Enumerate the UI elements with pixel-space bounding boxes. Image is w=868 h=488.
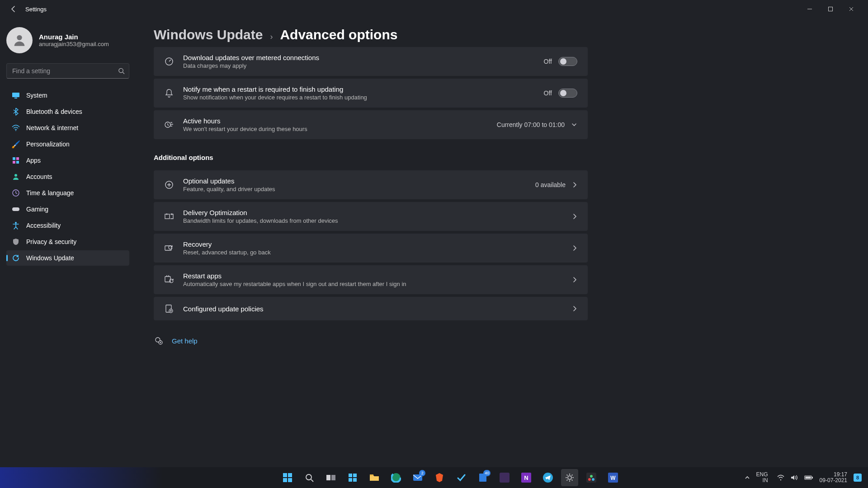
taskbar-brave[interactable] (431, 469, 448, 486)
setting-title: Restart apps (183, 272, 563, 280)
recovery-icon (164, 243, 174, 253)
toggle-metered[interactable] (558, 57, 577, 66)
sidebar-item-gaming[interactable]: Gaming (6, 202, 129, 217)
sidebar-item-apps[interactable]: Apps (6, 153, 129, 168)
sidebar-item-network[interactable]: Network & internet (6, 120, 129, 136)
tray-battery-icon[interactable] (804, 475, 813, 480)
breadcrumb-parent[interactable]: Windows Update (154, 27, 263, 42)
apps-icon (12, 156, 20, 164)
tray-notification-count[interactable]: 8 (854, 474, 862, 482)
svg-point-48 (590, 475, 593, 478)
sidebar-item-label: Gaming (26, 206, 48, 213)
breadcrumb: Windows Update › Advanced options (154, 27, 850, 42)
sidebar-item-label: Windows Update (26, 254, 74, 262)
taskbar-onenote[interactable]: N (518, 469, 535, 486)
svg-rect-34 (353, 478, 357, 482)
sidebar-item-bluetooth[interactable]: Bluetooth & devices (6, 104, 129, 119)
sidebar-item-label: Privacy & security (26, 238, 76, 245)
setting-title: Download updates over metered connection… (183, 54, 535, 61)
update-icon (12, 254, 20, 262)
tray-clock[interactable]: 19:17 09-07-2021 (820, 472, 847, 483)
sidebar-item-label: Bluetooth & devices (26, 108, 82, 115)
svg-point-28 (306, 474, 311, 480)
taskbar-search[interactable] (301, 469, 318, 486)
setting-sub: Automatically save my restartable apps w… (183, 281, 563, 287)
svg-rect-4 (14, 98, 17, 99)
sidebar-item-time-language[interactable]: Time & language (6, 185, 129, 201)
taskbar-word[interactable]: W (604, 469, 622, 486)
taskbar-edge[interactable] (387, 469, 405, 486)
setting-configured-policies[interactable]: Configured update policies (154, 297, 588, 320)
setting-optional-updates[interactable]: Optional updates Feature, quality, and d… (154, 170, 588, 199)
setting-active-hours[interactable]: Active hours We won't restart your devic… (154, 110, 588, 139)
shield-icon (12, 238, 20, 246)
taskbar-pinned-apps: 2 40 N W (163, 469, 738, 486)
minimize-button[interactable] (799, 2, 820, 16)
svg-rect-0 (829, 7, 833, 11)
window-title: Settings (25, 6, 47, 13)
setting-recovery[interactable]: Recovery Reset, advanced startup, go bac… (154, 234, 588, 263)
back-button[interactable] (6, 2, 21, 16)
search-box[interactable] (6, 63, 129, 79)
svg-text:N: N (524, 474, 528, 481)
chevron-right-icon (572, 277, 577, 283)
setting-title: Recovery (183, 240, 563, 248)
sidebar-item-personalization[interactable]: 🖌️ Personalization (6, 136, 129, 152)
tray-date: 09-07-2021 (820, 478, 847, 483)
sidebar-item-accounts[interactable]: Accounts (6, 169, 129, 184)
taskbar-todo[interactable] (453, 469, 470, 486)
user-profile[interactable]: Anurag Jain anuragjain353@gmail.com (6, 27, 129, 53)
setting-metered-connections[interactable]: Download updates over metered connection… (154, 47, 588, 76)
tray-volume-icon[interactable] (791, 474, 798, 481)
sidebar-item-privacy[interactable]: Privacy & security (6, 234, 129, 249)
setting-title: Delivery Optimization (183, 209, 563, 216)
sidebar-item-accessibility[interactable]: Accessibility (6, 218, 129, 233)
svg-rect-33 (349, 478, 352, 482)
svg-rect-6 (13, 157, 15, 160)
meter-icon (164, 56, 174, 66)
taskbar-widgets[interactable] (344, 469, 361, 486)
svg-point-47 (592, 478, 594, 481)
sidebar-item-label: Accessibility (26, 222, 61, 229)
gamepad-icon (12, 205, 20, 213)
sidebar-item-system[interactable]: System (6, 88, 129, 103)
taskbar-amazon-music[interactable] (496, 469, 513, 486)
taskbar-word-app[interactable]: 40 (474, 469, 491, 486)
svg-rect-25 (288, 473, 292, 477)
tray-wifi-icon[interactable] (777, 474, 784, 481)
taskbar-telegram[interactable] (539, 469, 557, 486)
active-hours-value: Currently 07:00 to 01:00 (497, 121, 565, 128)
taskbar-explorer[interactable] (366, 469, 383, 486)
toggle-state: Off (544, 89, 552, 97)
setting-restart-apps[interactable]: Restart apps Automatically save my resta… (154, 265, 588, 294)
tray-chevron-up-icon[interactable] (745, 475, 750, 480)
toggle-notify-restart[interactable] (558, 89, 577, 98)
maximize-button[interactable] (820, 2, 841, 16)
wifi-icon (12, 124, 20, 132)
tray-language[interactable]: ENG IN (756, 472, 768, 483)
sidebar-item-windows-update[interactable]: Windows Update (6, 250, 129, 266)
taskbar-mail[interactable]: 2 (409, 469, 426, 486)
search-input[interactable] (6, 63, 129, 79)
app-badge: 40 (483, 470, 491, 476)
close-button[interactable] (841, 2, 862, 16)
setting-title: Active hours (183, 117, 488, 125)
get-help-link[interactable]: Get help (154, 336, 850, 346)
clock-activity-icon (164, 120, 174, 130)
sidebar-item-label: Time & language (26, 189, 74, 197)
titlebar: Settings (0, 0, 868, 18)
start-button[interactable] (279, 469, 296, 486)
help-icon (154, 336, 164, 346)
setting-notify-restart[interactable]: Notify me when a restart is required to … (154, 79, 588, 108)
taskbar-taskview[interactable] (322, 469, 340, 486)
svg-rect-35 (370, 474, 373, 476)
svg-point-51 (780, 479, 781, 480)
bell-icon (164, 88, 174, 98)
taskbar-resolve[interactable] (583, 469, 600, 486)
taskbar-settings[interactable] (561, 469, 578, 486)
get-help-label[interactable]: Get help (172, 337, 198, 345)
setting-delivery-optimization[interactable]: Delivery Optimization Bandwidth limits f… (154, 202, 588, 231)
svg-rect-8 (13, 161, 15, 164)
person-icon (12, 173, 20, 181)
optional-updates-count: 0 available (535, 181, 566, 188)
